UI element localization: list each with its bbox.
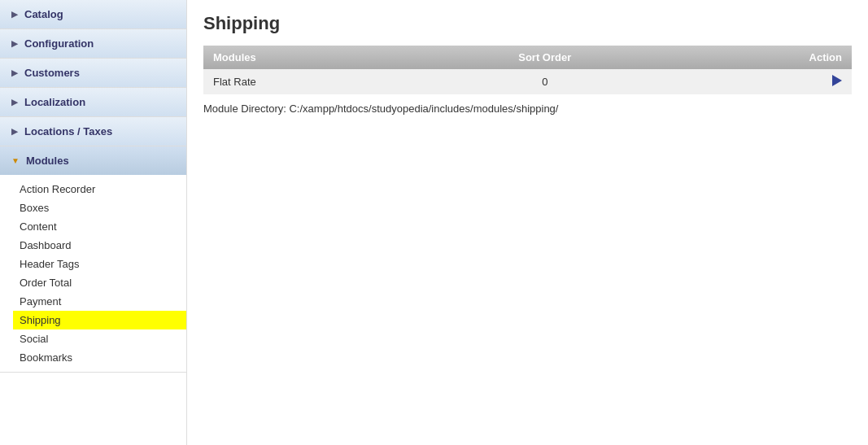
chevron-right-icon: ▶ [11,98,18,107]
sidebar-group-header-localization[interactable]: ▶Localization [0,88,186,116]
sidebar-group-label-customers: Customers [24,67,80,79]
chevron-right-icon: ▶ [11,10,18,19]
sidebar-group-header-locations-taxes[interactable]: ▶Locations / Taxes [0,117,186,146]
sidebar-item-order-total[interactable]: Order Total [13,273,186,292]
sidebar-item-bookmarks[interactable]: Bookmarks [13,348,186,367]
modules-table: Modules Sort Order Action Flat Rate0 [203,46,852,94]
table-row: Flat Rate0 [203,69,852,94]
sidebar-group-label-locations-taxes: Locations / Taxes [24,125,112,137]
sidebar-item-boxes[interactable]: Boxes [13,199,186,217]
sidebar-item-header-tags[interactable]: Header Tags [13,255,186,273]
sidebar-group-catalog: ▶Catalog [0,0,186,29]
sidebar-group-header-configuration[interactable]: ▶Configuration [0,29,186,58]
cell-action [670,69,852,94]
sidebar-item-content[interactable]: Content [13,217,186,236]
sidebar-group-customers: ▶Customers [0,59,186,88]
sidebar-item-action-recorder[interactable]: Action Recorder [13,180,186,199]
sidebar-group-label-localization: Localization [24,96,85,108]
sidebar-item-shipping[interactable]: Shipping [13,311,186,329]
sidebar-group-header-modules[interactable]: ▼Modules [0,146,186,175]
sidebar-submenu-modules: Action RecorderBoxesContentDashboardHead… [0,175,186,372]
col-sort-order: Sort Order [420,46,670,69]
chevron-right-icon: ▶ [11,127,18,136]
sidebar-group-modules: ▼ModulesAction RecorderBoxesContentDashb… [0,146,186,373]
sidebar-group-label-configuration: Configuration [24,37,94,50]
col-modules: Modules [203,46,420,69]
sidebar-item-social[interactable]: Social [13,329,186,348]
sidebar-group-header-customers[interactable]: ▶Customers [0,59,186,87]
sidebar: ▶Catalog▶Configuration▶Customers▶Localiz… [0,0,187,445]
module-directory: Module Directory: C:/xampp/htdocs/studyo… [203,103,852,115]
play-icon[interactable] [832,75,842,86]
col-action: Action [670,46,852,69]
page-title: Shipping [203,13,852,34]
sidebar-group-header-catalog[interactable]: ▶Catalog [0,0,186,28]
cell-module: Flat Rate [203,69,420,94]
cell-sort-order: 0 [420,69,670,94]
sidebar-group-label-modules: Modules [26,155,69,167]
sidebar-group-configuration: ▶Configuration [0,29,186,59]
sidebar-group-label-catalog: Catalog [24,8,63,20]
chevron-right-icon: ▶ [11,68,18,77]
sidebar-group-locations-taxes: ▶Locations / Taxes [0,117,186,146]
main-content: Shipping Modules Sort Order Action Flat … [187,0,868,445]
chevron-right-icon: ▶ [11,39,18,48]
sidebar-item-payment[interactable]: Payment [13,292,186,311]
sidebar-group-localization: ▶Localization [0,88,186,117]
chevron-down-icon: ▼ [11,156,20,165]
sidebar-item-dashboard[interactable]: Dashboard [13,236,186,255]
